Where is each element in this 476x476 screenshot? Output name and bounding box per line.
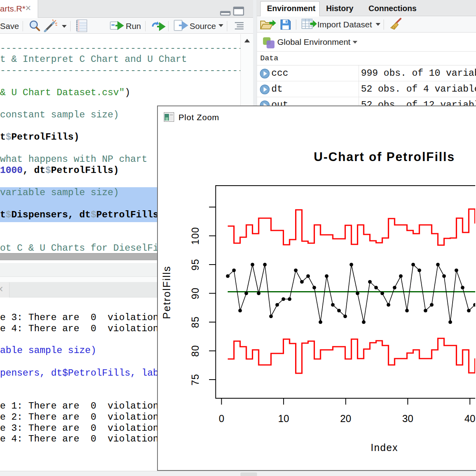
svg-text:75: 75 [190, 374, 201, 386]
svg-text:80: 80 [190, 345, 201, 357]
svg-text:40: 40 [464, 413, 475, 424]
svg-text:Index: Index [370, 442, 398, 453]
svg-text:20: 20 [340, 413, 351, 424]
svg-text:90: 90 [190, 287, 201, 299]
svg-text:0: 0 [219, 413, 224, 424]
svg-text:100: 100 [190, 227, 201, 245]
svg-text:85: 85 [190, 316, 201, 328]
svg-text:95: 95 [190, 259, 201, 271]
svg-text:U-Chart of PetrolFills: U-Chart of PetrolFills [314, 150, 455, 164]
svg-text:30: 30 [402, 413, 413, 424]
svg-text:10: 10 [278, 413, 289, 424]
svg-text:PetrolFills: PetrolFills [161, 265, 173, 319]
